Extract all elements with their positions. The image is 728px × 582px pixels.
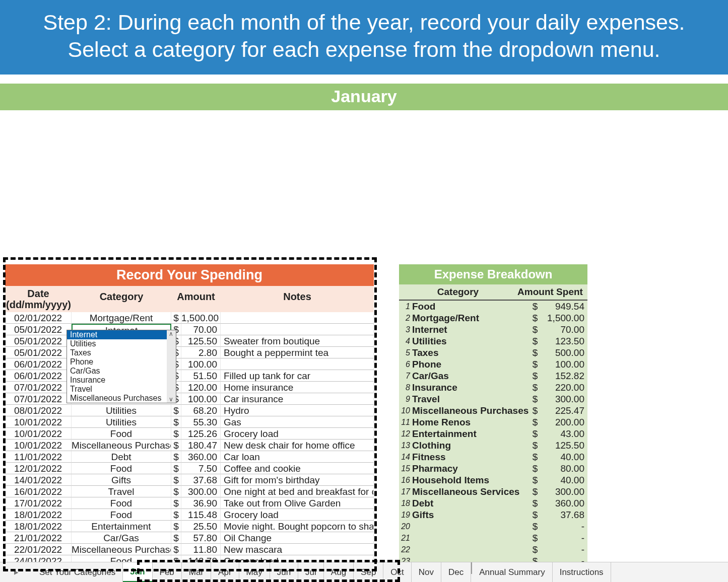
table-row[interactable]: 07/01/2022 Insurance $ 100.00 Car insura… <box>5 393 374 405</box>
sheet-tab[interactable]: Nov <box>412 562 441 582</box>
cell-date[interactable]: 12/01/2022 <box>5 463 72 474</box>
cell-notes[interactable] <box>221 312 374 324</box>
cell-category[interactable]: Gifts <box>72 474 171 486</box>
cell-category[interactable]: Entertainment <box>72 521 171 532</box>
cell-amount[interactable]: 70.00 <box>181 324 221 335</box>
table-row[interactable]: 21/01/2022 Car/Gas $ 57.80 Oil Change <box>5 532 374 544</box>
cell-category[interactable]: Travel <box>72 486 171 497</box>
dropdown-option[interactable]: Internet <box>67 330 176 339</box>
cell-notes[interactable]: Car insurance <box>221 393 374 405</box>
cell-amount[interactable]: 25.50 <box>181 521 221 532</box>
cell-amount[interactable]: 125.26 <box>181 428 221 440</box>
sheet-tab[interactable]: Mar <box>182 562 211 582</box>
cell-amount[interactable]: 360.00 <box>181 451 221 463</box>
sheet-tab[interactable]: Aug <box>324 562 354 582</box>
cell-date[interactable]: 11/01/2022 <box>5 451 72 463</box>
cell-date[interactable]: 06/01/2022 <box>5 370 72 382</box>
cell-notes[interactable]: New desk chair for home office <box>221 440 374 451</box>
sheet-tab[interactable]: Jun <box>270 562 298 582</box>
sheet-tab[interactable]: Set Your Categories <box>32 562 123 582</box>
dropdown-option[interactable]: Travel <box>67 385 176 394</box>
cell-amount[interactable]: 100.00 <box>181 358 221 370</box>
cell-notes[interactable] <box>221 358 374 370</box>
sheet-tab[interactable]: Apr <box>211 562 239 582</box>
cell-notes[interactable]: One night at bed and breakfast for our w <box>221 486 374 497</box>
cell-date[interactable]: 14/01/2022 <box>5 474 72 486</box>
dropdown-option[interactable]: Phone <box>67 357 176 367</box>
table-row[interactable]: 06/01/2022 $ 51.50 Filled up tank for ca… <box>5 370 374 382</box>
cell-notes[interactable]: Home insurance <box>221 382 374 393</box>
dropdown-option[interactable]: Car/Gas <box>67 367 176 376</box>
cell-category[interactable]: Miscellaneous Purchases <box>72 544 171 555</box>
cell-notes[interactable] <box>221 324 374 335</box>
cell-amount[interactable]: 68.20 <box>181 405 221 416</box>
cell-amount[interactable]: 36.90 <box>181 497 221 509</box>
table-row[interactable]: 06/01/2022 $ 100.00 <box>5 358 374 370</box>
cell-category[interactable]: Debt <box>72 451 171 463</box>
table-row[interactable]: 02/01/2022 Mortgage/Rent $ 1,500.00 <box>5 312 374 324</box>
cell-notes[interactable]: Grocery load <box>221 428 374 440</box>
cell-amount[interactable]: 37.68 <box>181 474 221 486</box>
cell-amount[interactable]: 7.50 <box>181 463 221 474</box>
cell-notes[interactable]: Grocery load <box>221 509 374 521</box>
dropdown-option[interactable]: Miscellaneous Purchases <box>67 394 176 403</box>
cell-date[interactable]: 10/01/2022 <box>5 428 72 440</box>
table-row[interactable]: 10/01/2022 Miscellaneous Purchases $ 180… <box>5 440 374 451</box>
table-row[interactable]: 10/01/2022 Food $ 125.26 Grocery load <box>5 428 374 440</box>
cell-amount[interactable]: 51.50 <box>181 370 221 382</box>
table-row[interactable]: 08/01/2022 Utilities $ 68.20 Hydro <box>5 405 374 416</box>
cell-date[interactable]: 05/01/2022 <box>5 324 72 335</box>
cell-notes[interactable]: Gas <box>221 416 374 428</box>
cell-notes[interactable]: Filled up tank for car <box>221 370 374 382</box>
cell-amount[interactable]: 115.48 <box>181 509 221 521</box>
cell-notes[interactable]: Gift for mom's birthday <box>221 474 374 486</box>
dropdown-option[interactable]: Insurance <box>67 376 176 385</box>
cell-amount[interactable]: 11.80 <box>181 544 221 555</box>
tab-nav-icon[interactable]: ▸ <box>0 567 32 577</box>
sheet-tab[interactable]: May <box>239 562 270 582</box>
table-row[interactable]: 07/01/2022 Insurance $ 120.00 Home insur… <box>5 382 374 393</box>
table-row[interactable]: 05/01/2022 $ 2.80 Bought a peppermint te… <box>5 347 374 358</box>
dropdown-scrollbar[interactable] <box>167 330 176 403</box>
cell-date[interactable]: 07/01/2022 <box>5 393 72 405</box>
cell-date[interactable]: 08/01/2022 <box>5 405 72 416</box>
cell-notes[interactable]: Car loan <box>221 451 374 463</box>
sheet-tab[interactable]: Dec <box>441 562 471 582</box>
cell-amount[interactable]: 100.00 <box>181 393 221 405</box>
sheet-tab[interactable]: Sep <box>354 562 383 582</box>
cell-category[interactable]: Food <box>72 497 171 509</box>
sheet-tab[interactable]: Jan <box>123 562 152 582</box>
table-row[interactable]: 11/01/2022 Debt $ 360.00 Car loan <box>5 451 374 463</box>
cell-date[interactable]: 21/01/2022 <box>5 532 72 544</box>
cell-amount[interactable]: 125.50 <box>181 335 221 347</box>
sheet-tab[interactable]: Instructions <box>553 562 611 582</box>
cell-date[interactable]: 05/01/2022 <box>5 347 72 358</box>
cell-amount[interactable]: 180.47 <box>181 440 221 451</box>
sheet-tab[interactable]: Feb <box>153 562 182 582</box>
table-row[interactable]: 05/01/2022 Internet▾ $ 70.00 <box>5 324 374 335</box>
cell-category[interactable]: Car/Gas <box>72 532 171 544</box>
cell-amount[interactable]: 120.00 <box>181 382 221 393</box>
table-row[interactable]: 16/01/2022 Travel $ 300.00 One night at … <box>5 486 374 497</box>
cell-notes[interactable]: Take out from Olive Garden <box>221 497 374 509</box>
cell-date[interactable]: 10/01/2022 <box>5 416 72 428</box>
cell-date[interactable]: 17/01/2022 <box>5 497 72 509</box>
table-row[interactable]: 10/01/2022 Utilities $ 55.30 Gas <box>5 416 374 428</box>
cell-date[interactable]: 02/01/2022 <box>5 312 72 324</box>
cell-amount[interactable]: 1,500.00 <box>181 312 221 324</box>
cell-date[interactable]: 18/01/2022 <box>5 521 72 532</box>
cell-date[interactable]: 10/01/2022 <box>5 440 72 451</box>
table-row[interactable]: 18/01/2022 Food $ 115.48 Grocery load <box>5 509 374 521</box>
cell-amount[interactable]: 2.80 <box>181 347 221 358</box>
cell-date[interactable]: 16/01/2022 <box>5 486 72 497</box>
dropdown-option[interactable]: Utilities <box>67 339 176 348</box>
cell-category[interactable]: Food <box>72 428 171 440</box>
cell-date[interactable]: 06/01/2022 <box>5 358 72 370</box>
cell-notes[interactable]: Oil Change <box>221 532 374 544</box>
cell-category[interactable]: Miscellaneous Purchases <box>72 440 171 451</box>
category-dropdown-list[interactable]: InternetUtilitiesTaxesPhoneCar/GasInsura… <box>67 330 176 403</box>
dropdown-option[interactable]: Taxes <box>67 348 176 357</box>
cell-notes[interactable]: Coffee and cookie <box>221 463 374 474</box>
cell-date[interactable]: 05/01/2022 <box>5 335 72 347</box>
cell-category[interactable]: Food <box>72 509 171 521</box>
